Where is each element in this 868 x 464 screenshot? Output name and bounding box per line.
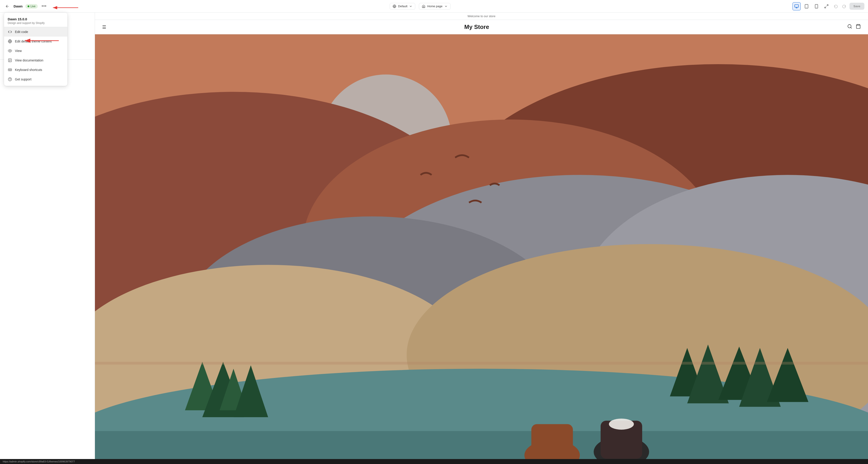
more-button[interactable]: ••• <box>40 3 48 10</box>
get-support-label: Get support <box>15 77 31 81</box>
keyboard-icon <box>8 68 12 72</box>
dropdown-edit-theme-content[interactable]: Edit default theme content <box>4 37 67 46</box>
more-dropdown-menu: Dawn 15.0.0 Design and support by Shopif… <box>4 13 67 86</box>
topbar: Dawn Live ••• Default Home page <box>0 0 347 13</box>
dropdown-theme-title: Dawn 15.0.0 <box>8 17 64 21</box>
view-label: View <box>15 49 22 53</box>
dropdown-menu-header: Dawn 15.0.0 Design and support by Shopif… <box>4 14 67 27</box>
preview-area: Welcome to our store ☰ My Store <box>95 13 347 186</box>
edit-code-label: Edit code <box>15 30 28 34</box>
doc-icon <box>8 58 12 63</box>
hero-image <box>95 34 347 186</box>
svg-point-49 <box>95 92 347 186</box>
dropdown-get-support[interactable]: Get support <box>4 74 67 84</box>
svg-point-27 <box>9 51 11 52</box>
theme-name: Dawn <box>13 4 23 8</box>
store-navbar: ☰ My Store <box>95 20 347 34</box>
support-icon <box>8 77 12 81</box>
edit-theme-content-label: Edit default theme content <box>15 39 52 43</box>
dropdown-description: Design and support by Shopify <box>8 22 64 25</box>
live-label: Live <box>31 5 35 8</box>
back-button[interactable] <box>4 3 11 10</box>
topbar-left: Dawn Live ••• <box>4 3 48 10</box>
view-icon <box>8 48 12 53</box>
dropdown-view[interactable]: View <box>4 46 67 56</box>
store-menu-icon[interactable]: ☰ <box>102 24 106 30</box>
dropdown-keyboard-shortcuts[interactable]: Keyboard shortcuts <box>4 65 67 74</box>
dropdown-view-documentation[interactable]: View documentation <box>4 56 67 65</box>
code-icon <box>8 30 12 34</box>
preview-browser: Welcome to our store ☰ My Store <box>95 13 347 186</box>
live-badge: Live <box>25 4 38 8</box>
store-topbar-banner: Welcome to our store <box>95 13 347 20</box>
keyboard-shortcuts-label: Keyboard shortcuts <box>15 68 42 72</box>
view-documentation-label: View documentation <box>15 59 43 62</box>
svg-rect-32 <box>8 69 12 71</box>
edit-theme-icon <box>8 39 12 43</box>
dropdown-edit-code[interactable]: Edit code <box>4 27 67 37</box>
live-dot <box>28 5 29 7</box>
